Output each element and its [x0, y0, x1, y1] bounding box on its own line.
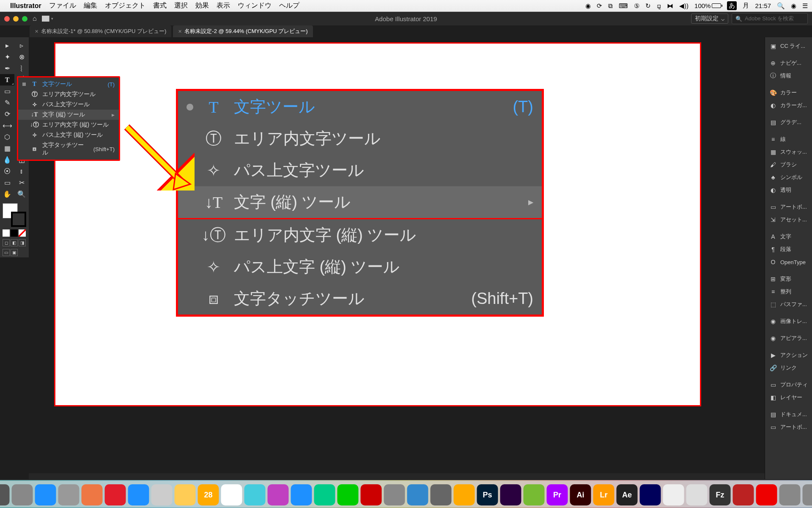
line-icon[interactable]: ◉: [585, 2, 591, 10]
graph-tool[interactable]: ⫾: [14, 166, 29, 177]
hand-tool[interactable]: ✋: [0, 188, 14, 200]
dropbox-icon[interactable]: ⧉: [608, 2, 613, 10]
dock-app-icon[interactable]: [431, 484, 452, 505]
spotlight-icon[interactable]: 🔍: [777, 2, 785, 10]
type-flyout-item-large[interactable]: T文字ツール(T): [178, 91, 542, 123]
panel-button[interactable]: ◐カラーガ...: [765, 99, 812, 112]
dock-app-icon[interactable]: [407, 484, 428, 505]
volume-icon[interactable]: ◀)): [679, 2, 689, 10]
panel-button[interactable]: ▤ドキュメ...: [765, 408, 812, 421]
date-day[interactable]: 月: [743, 2, 749, 10]
dock-app-icon[interactable]: [35, 484, 56, 505]
dock-app-icon[interactable]: Lr: [593, 484, 614, 505]
panel-button[interactable]: ♣シンボル: [765, 171, 812, 184]
home-icon[interactable]: ⌂: [33, 15, 37, 22]
ime-indicator[interactable]: あ: [727, 1, 737, 10]
dock-app-icon[interactable]: [500, 484, 521, 505]
curvature-tool[interactable]: ⦚: [14, 63, 29, 74]
type-flyout-item-large[interactable]: ✧パス上文字 (縦) ツール: [178, 251, 542, 283]
zoom-tool[interactable]: 🔍: [14, 188, 29, 200]
type-flyout-item[interactable]: ✧パス上文字ツール: [18, 99, 119, 110]
type-flyout-item-large[interactable]: ⧈文字タッチツール(Shift+T): [178, 283, 542, 315]
draw-mode-icons[interactable]: ◻◧◨: [3, 239, 29, 246]
panel-button[interactable]: A文字: [765, 230, 812, 243]
panel-button[interactable]: ▭プロパティ: [765, 378, 812, 391]
dock-app-icon[interactable]: [756, 484, 777, 505]
menu-file[interactable]: ファイル: [49, 1, 76, 10]
clock[interactable]: 21:57: [755, 2, 771, 9]
menu-effect[interactable]: 効果: [195, 1, 209, 10]
app-name[interactable]: Illustrator: [10, 2, 41, 10]
type-flyout-item[interactable]: ↓T文字 (縦) ツール▸: [18, 110, 119, 120]
stock-search-input[interactable]: 🔍Adobe Stock を検索: [732, 13, 808, 24]
dock-app-icon[interactable]: Ai: [570, 484, 591, 505]
dock-app-icon[interactable]: [686, 484, 708, 505]
panel-button[interactable]: 🖌ブラシ: [765, 158, 812, 171]
dock-app-icon[interactable]: [640, 484, 661, 505]
dock-app-icon[interactable]: Ae: [617, 484, 638, 505]
panel-button[interactable]: OOpenType: [765, 256, 812, 268]
dock-app-icon[interactable]: [384, 484, 405, 505]
panel-button[interactable]: ◐透明: [765, 184, 812, 196]
battery-indicator[interactable]: 100%: [694, 2, 721, 9]
dock-app-icon[interactable]: [803, 484, 812, 505]
selection-tool[interactable]: ▸: [0, 40, 14, 51]
slice-tool[interactable]: ✂: [14, 177, 29, 188]
type-flyout-item-large[interactable]: Ⓣエリア内文字ツール: [178, 123, 542, 155]
panel-button[interactable]: ▣CC ライ...: [765, 40, 812, 52]
document-tab[interactable]: ✕名称未設定-2 @ 59.44% (CMYK/GPU プレビュー): [173, 25, 313, 37]
dock-app-icon[interactable]: Pr: [547, 484, 568, 505]
screen-mode-icons[interactable]: ▭▣: [3, 249, 29, 256]
panel-button[interactable]: ▶アクション: [765, 349, 812, 362]
dock-app-icon[interactable]: [268, 484, 289, 505]
type-tool[interactable]: T: [0, 74, 14, 86]
panel-button[interactable]: ≡整列: [765, 285, 812, 298]
menu-select[interactable]: 選択: [174, 1, 188, 10]
panel-button[interactable]: ⊕ナビゲ...: [765, 57, 812, 69]
type-flyout-item-large[interactable]: ↓T文字 (縦) ツール▶: [178, 186, 542, 218]
panel-button[interactable]: ¶段落: [765, 243, 812, 256]
type-flyout-item[interactable]: ⧈文字タッチツール(Shift+T): [18, 140, 119, 158]
siri-icon[interactable]: ◉: [791, 2, 796, 10]
dock-app-icon[interactable]: Fz: [710, 484, 731, 505]
dock-app-icon[interactable]: [663, 484, 684, 505]
menu-type[interactable]: 書式: [153, 1, 167, 10]
menu-window[interactable]: ウィンドウ: [238, 1, 272, 10]
width-tool[interactable]: ⟷: [0, 120, 14, 131]
type-flyout-item[interactable]: Ⓣエリア内文字ツール: [18, 89, 119, 99]
dock-app-icon[interactable]: [244, 484, 266, 505]
mesh-tool[interactable]: ▦: [0, 143, 14, 154]
panel-button[interactable]: ⇲アセット...: [765, 213, 812, 226]
dock-app-icon[interactable]: [733, 484, 754, 505]
dock-app-icon[interactable]: [151, 484, 173, 505]
panel-button[interactable]: 🎨カラー: [765, 86, 812, 99]
panel-button[interactable]: ⓘ情報: [765, 69, 812, 82]
symbol-sprayer-tool[interactable]: ⦿: [0, 166, 14, 177]
dock-app-icon[interactable]: [128, 484, 149, 505]
dock-app-icon[interactable]: [221, 484, 242, 505]
type-flyout-item[interactable]: ↓Ⓣエリア内文字 (縦) ツール: [18, 120, 119, 130]
close-tab-icon[interactable]: ✕: [35, 29, 38, 34]
menu-help[interactable]: ヘルプ: [279, 1, 299, 10]
dock-app-icon[interactable]: [58, 484, 80, 505]
workspace-layout-icon[interactable]: [42, 16, 49, 22]
shaper-tool[interactable]: ✎: [0, 97, 14, 108]
maximize-window-button[interactable]: [22, 16, 27, 22]
panel-button[interactable]: ⊞変形: [765, 273, 812, 285]
wifi-icon[interactable]: ⧓: [667, 2, 673, 10]
panel-button[interactable]: ≡線: [765, 133, 812, 146]
dock-app-icon[interactable]: [524, 484, 545, 505]
artboard-tool[interactable]: ▭: [0, 177, 14, 188]
dock-app-icon[interactable]: [361, 484, 382, 505]
panel-button[interactable]: ▤グラデ...: [765, 116, 812, 129]
type-flyout-item[interactable]: T文字ツール(T): [18, 79, 119, 89]
workspace-preset-dropdown[interactable]: 初期設定⌵: [691, 14, 728, 24]
menu-object[interactable]: オブジェクト: [105, 1, 145, 10]
pen-tool[interactable]: ✒: [0, 63, 14, 74]
sync-icon[interactable]: ⟳: [597, 2, 602, 10]
dock-app-icon[interactable]: [454, 484, 475, 505]
close-window-button[interactable]: [4, 16, 10, 22]
panel-button[interactable]: ◧レイヤー: [765, 391, 812, 404]
direct-selection-tool[interactable]: ▹: [14, 40, 29, 51]
color-mode-chips[interactable]: [3, 229, 29, 237]
